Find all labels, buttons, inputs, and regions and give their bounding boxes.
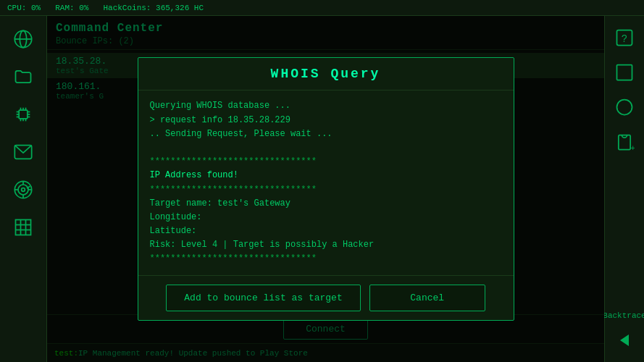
svg-text:+: + [630,143,635,152]
svg-text:?: ? [622,33,627,45]
right-top-icons: ? + [610,23,639,156]
modal-overlay: WHOIS Query Querying WHOIS database ... … [47,16,604,362]
left-sidebar [0,16,47,362]
clipboard-icon[interactable]: + [610,127,639,156]
detail-2: Longitude: [150,211,502,224]
modal-body: Querying WHOIS database ... > request in… [138,90,514,274]
svg-marker-35 [620,334,629,346]
back-arrow-icon[interactable] [610,326,639,355]
circle-icon[interactable] [610,93,639,122]
query-line-1: Querying WHOIS database ... [150,99,502,113]
cpu-status: CPU: 0% [7,4,41,12]
svg-rect-3 [19,110,28,119]
whois-modal: WHOIS Query Querying WHOIS database ... … [138,57,514,320]
svg-point-19 [22,188,25,192]
hackcoins-status: HackCoins: 365,326 HC [103,4,204,12]
stars-1: ******************************** [150,155,502,169]
status-bar: CPU: 0% RAM: 0% HackCoins: 365,326 HC [0,0,644,16]
building-icon[interactable] [7,211,39,243]
stars-2: ******************************** [150,183,502,197]
modal-title: WHOIS Query [138,58,514,90]
add-to-bounce-button[interactable]: Add to bounce list as target [166,285,360,311]
svg-rect-24 [16,220,31,235]
chip-icon[interactable] [7,98,39,130]
svg-rect-31 [617,65,632,80]
help-icon[interactable]: ? [610,23,639,52]
svg-point-32 [617,100,632,115]
query-line-2: > request info 18.35.28.229 [150,114,502,127]
cancel-button[interactable]: Cancel [369,285,485,311]
detail-4: Risk: Level 4 | Target is possibly a Hac… [150,238,502,252]
target-icon[interactable] [7,174,39,206]
ram-status: RAM: 0% [55,4,88,12]
detail-3: Latitude: [150,224,502,238]
stars-3: ******************************** [150,252,502,266]
svg-point-18 [18,185,28,195]
backtrace-label: Backtrace [603,311,644,320]
modal-footer: Add to bounce list as target Cancel [138,275,514,320]
right-bottom-icons: Backtrace [603,311,644,355]
detail-1: Target name: test's Gateway [150,197,502,211]
folder-icon[interactable] [7,61,39,93]
globe-icon[interactable] [7,23,39,55]
mail-icon[interactable] [7,136,39,168]
square-icon[interactable] [610,58,639,87]
found-msg: IP Address found! [150,169,502,182]
query-line-3: .. Sending Request, Please wait ... [150,127,502,141]
right-sidebar: ? + Backtrace [604,16,644,362]
